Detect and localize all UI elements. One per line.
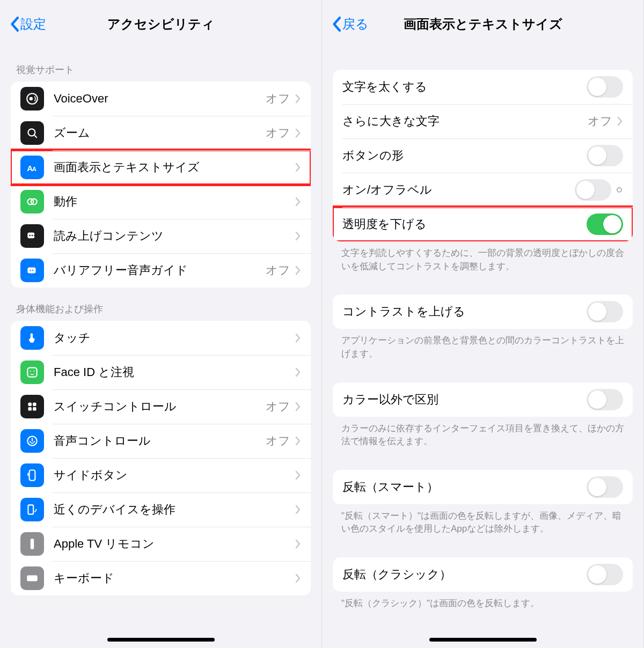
toggle-onoff-labels[interactable] — [575, 179, 611, 201]
chevron-right-icon — [295, 128, 301, 138]
spoken-content-icon — [20, 224, 44, 248]
svg-rect-21 — [30, 470, 35, 481]
svg-point-8 — [29, 235, 31, 237]
row-keyboard[interactable]: キーボード — [11, 561, 311, 595]
text-size-icon: AA — [20, 156, 44, 179]
back-button[interactable]: 戻る — [332, 16, 369, 33]
toggle-smart-invert[interactable] — [587, 476, 623, 498]
svg-rect-22 — [27, 473, 28, 476]
note-smart-invert: "反転（スマート）"は画面の色を反転しますが、画像、メディア、暗い色のスタイルを… — [333, 504, 633, 536]
chevron-right-icon — [295, 367, 301, 378]
accessibility-screen: 設定 アクセシビリティ 視覚サポート VoiceOver オフ ズーム オフ A… — [0, 0, 322, 648]
svg-point-10 — [34, 235, 35, 237]
chevron-right-icon — [295, 196, 301, 207]
navbar: 戻る 画面表示とテキストサイズ — [322, 0, 643, 48]
toggle-differentiate-without-color[interactable] — [587, 389, 623, 410]
chevron-right-icon — [295, 265, 301, 276]
back-button[interactable]: 設定 — [10, 16, 46, 33]
motion-icon — [20, 190, 44, 213]
row-label: サイドボタン — [54, 467, 295, 483]
row-larger-text[interactable]: さらに大きな文字 オフ — [333, 104, 633, 138]
row-classic-invert[interactable]: 反転（クラシック） — [333, 557, 633, 592]
chevron-right-icon — [617, 116, 623, 127]
navbar: 設定 アクセシビリティ — [0, 0, 321, 48]
group-physical: タッチ Face ID と注視 スイッチコントロール オフ 音声コントロール オ… — [11, 321, 311, 595]
row-status: オフ — [266, 262, 290, 278]
content: 視覚サポート VoiceOver オフ ズーム オフ AA 画面表示とテキストサ… — [0, 48, 321, 648]
group-smart-invert: 反転（スマート） — [333, 470, 633, 504]
row-label: タッチ — [54, 330, 295, 346]
row-zoom[interactable]: ズーム オフ — [11, 116, 311, 150]
row-differentiate-without-color[interactable]: カラー以外で区別 — [333, 382, 633, 417]
chevron-right-icon — [295, 401, 301, 412]
row-label: 動作 — [54, 194, 295, 210]
svg-rect-11 — [27, 268, 35, 274]
row-onoff-labels[interactable]: オン/オフラベル — [333, 173, 633, 207]
row-label: カラー以外で区別 — [342, 392, 587, 408]
chevron-right-icon — [295, 231, 301, 241]
page-title: アクセシビリティ — [0, 16, 321, 33]
toggle-button-shapes[interactable] — [587, 145, 623, 166]
row-status: オフ — [266, 399, 290, 415]
row-audio-descriptions[interactable]: バリアフリー音声ガイド オフ — [11, 253, 311, 288]
row-label: さらに大きな文字 — [342, 113, 588, 129]
back-label: 設定 — [20, 16, 46, 33]
row-status: オフ — [588, 113, 612, 129]
row-button-shapes[interactable]: ボタンの形 — [333, 138, 633, 173]
svg-rect-18 — [33, 407, 36, 411]
note-classic-invert: "反転（クラシック）"は画面の色を反転します。 — [333, 592, 633, 610]
zoom-icon — [20, 121, 44, 145]
back-label: 戻る — [342, 16, 369, 33]
chevron-right-icon — [295, 539, 301, 549]
row-status: オフ — [266, 125, 290, 141]
row-voice-control[interactable]: 音声コントロール オフ — [11, 424, 311, 458]
row-side-button[interactable]: サイドボタン — [11, 458, 311, 492]
row-nearby-devices[interactable]: 近くのデバイスを操作 — [11, 492, 311, 527]
chevron-left-icon — [10, 16, 19, 32]
row-reduce-transparency[interactable]: 透明度を下げる — [333, 207, 633, 241]
row-display-text-size[interactable]: AA 画面表示とテキストサイズ — [11, 150, 311, 185]
toggle-classic-invert[interactable] — [587, 564, 623, 585]
row-motion[interactable]: 動作 — [11, 185, 311, 219]
home-indicator[interactable] — [107, 638, 215, 642]
faceid-icon — [20, 360, 44, 384]
row-touch[interactable]: タッチ — [11, 321, 311, 355]
row-apple-tv-remote[interactable]: Apple TV リモコン — [11, 527, 311, 561]
row-faceid[interactable]: Face ID と注視 — [11, 355, 311, 389]
content: 文字を太くする さらに大きな文字 オフ ボタンの形 オン/オフラベル 透明度を下… — [322, 48, 643, 648]
nearby-devices-icon — [20, 498, 44, 521]
row-smart-invert[interactable]: 反転（スマート） — [333, 470, 633, 504]
svg-text:A: A — [32, 166, 36, 172]
side-button-icon — [20, 463, 44, 487]
group-vision: VoiceOver オフ ズーム オフ AA 画面表示とテキストサイズ 動作 — [11, 82, 311, 288]
row-label: スイッチコントロール — [54, 399, 266, 415]
row-voiceover[interactable]: VoiceOver オフ — [11, 82, 311, 116]
row-label: Face ID と注視 — [54, 364, 295, 380]
row-increase-contrast[interactable]: コントラストを上げる — [333, 294, 633, 329]
svg-rect-24 — [31, 539, 34, 549]
toggle-increase-contrast[interactable] — [587, 301, 623, 322]
svg-rect-23 — [28, 505, 33, 514]
row-status: オフ — [266, 91, 290, 107]
row-label: 透明度を下げる — [342, 216, 587, 232]
chevron-right-icon — [295, 333, 301, 343]
home-indicator[interactable] — [429, 638, 537, 642]
svg-rect-15 — [28, 402, 32, 406]
page-title: 画面表示とテキストサイズ — [322, 16, 643, 33]
row-spoken-content[interactable]: 読み上げコンテンツ — [11, 219, 311, 253]
row-label: VoiceOver — [54, 92, 266, 106]
row-bold-text[interactable]: 文字を太くする — [333, 70, 633, 104]
toggle-reduce-transparency[interactable] — [587, 213, 623, 235]
audio-descriptions-icon — [20, 259, 44, 282]
voice-control-icon — [20, 429, 44, 453]
svg-point-1 — [30, 97, 33, 101]
row-label: 文字を太くする — [342, 79, 587, 95]
row-label: 画面表示とテキストサイズ — [54, 159, 295, 175]
keyboard-icon — [20, 566, 44, 590]
row-switch-control[interactable]: スイッチコントロール オフ — [11, 389, 311, 424]
row-label: 音声コントロール — [54, 433, 266, 449]
toggle-bold-text[interactable] — [587, 76, 623, 98]
switch-control-icon — [20, 395, 44, 418]
note-reduce-transparency: 文字を判読しやすくするために、一部の背景の透明度とぼかしの度合いを低減してコント… — [333, 241, 633, 273]
row-label: バリアフリー音声ガイド — [54, 262, 266, 278]
